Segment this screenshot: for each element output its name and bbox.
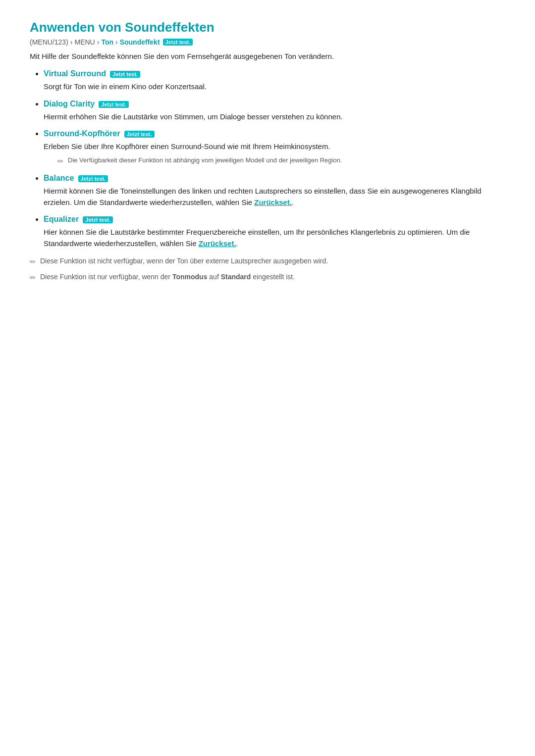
breadcrumb-sep1: › xyxy=(70,38,73,46)
feature-title-dialog-clarity: Dialog Clarity xyxy=(44,100,95,108)
features-list: Virtual Surround Jetzt test. Sorgt für T… xyxy=(30,69,505,249)
breadcrumb: (MENU/123) › MENU › Ton › Soundeffekt Je… xyxy=(30,38,505,46)
list-item: Virtual Surround Jetzt test. Sorgt für T… xyxy=(44,69,505,93)
jetzt-badge-surround-kopfhoerer: Jetzt test. xyxy=(124,131,155,138)
note-text-surround: Die Verfügbarkeit dieser Funktion ist ab… xyxy=(68,155,342,165)
feature-title-equalizer: Equalizer xyxy=(44,215,79,223)
jetzt-badge-virtual-surround: Jetzt test. xyxy=(110,71,140,78)
feature-title-virtual-surround: Virtual Surround xyxy=(44,69,106,78)
pencil-icon-1: ✏ xyxy=(30,256,36,268)
list-item: Balance Jetzt test. Hiermit können Sie d… xyxy=(44,174,505,208)
pencil-icon-2: ✏ xyxy=(30,272,36,284)
breadcrumb-sep2: › xyxy=(97,38,100,46)
standard-label: Standard xyxy=(221,273,251,281)
feature-desc-virtual-surround: Sorgt für Ton wie in einem Kino oder Kon… xyxy=(44,81,505,93)
list-item: Surround-Kopfhörer Jetzt test. Erleben S… xyxy=(44,129,505,167)
breadcrumb-item2[interactable]: Ton xyxy=(101,38,113,46)
jetzt-badge-balance: Jetzt test. xyxy=(78,175,108,182)
global-note-2: ✏ Diese Funktion ist nur verfügbar, wenn… xyxy=(30,272,505,284)
tonmodus-label: Tonmodus xyxy=(172,273,208,281)
global-note-text-2: Diese Funktion ist nur verfügbar, wenn d… xyxy=(40,272,295,282)
breadcrumb-sep3: › xyxy=(115,38,118,46)
feature-desc-dialog-clarity: Hiermit erhöhen Sie die Lautstärke von S… xyxy=(44,111,505,123)
breadcrumb-item3[interactable]: Soundeffekt xyxy=(120,38,160,46)
intro-text: Mit Hilfe der Soundeffekte können Sie de… xyxy=(30,52,505,60)
breadcrumb-item1: MENU xyxy=(74,38,95,46)
page-title: Anwenden von Soundeffekten xyxy=(30,20,505,35)
pencil-icon: ✏ xyxy=(57,156,64,167)
global-notes: ✏ Diese Funktion ist nicht verfügbar, we… xyxy=(30,256,505,283)
feature-title-surround-kopfhoerer: Surround-Kopfhörer xyxy=(44,129,120,138)
feature-desc-equalizer: Hier können Sie die Lautstärke bestimmte… xyxy=(44,227,505,249)
feature-title-balance: Balance xyxy=(44,174,74,182)
zurueckset-link-balance[interactable]: Zurückset. xyxy=(254,198,292,206)
global-note-1: ✏ Diese Funktion ist nicht verfügbar, we… xyxy=(30,256,505,268)
feature-desc-surround-kopfhoerer: Erleben Sie über Ihre Kopfhörer einen Su… xyxy=(44,141,505,152)
list-item: Equalizer Jetzt test. Hier können Sie di… xyxy=(44,215,505,249)
breadcrumb-menu-code: (MENU/123) xyxy=(30,38,68,46)
jetzt-badge-dialog-clarity: Jetzt test. xyxy=(99,101,129,108)
jetzt-badge-equalizer: Jetzt test. xyxy=(83,216,113,223)
list-item: Dialog Clarity Jetzt test. Hiermit erhöh… xyxy=(44,100,505,123)
note-surround-kopfhoerer: ✏ Die Verfügbarkeit dieser Funktion ist … xyxy=(57,155,505,167)
zurueckset-link-equalizer[interactable]: Zurückset. xyxy=(199,239,236,248)
breadcrumb-badge: Jetzt test. xyxy=(163,39,193,46)
global-note-text-1: Diese Funktion ist nicht verfügbar, wenn… xyxy=(40,256,328,266)
feature-desc-balance: Hiermit können Sie die Toneinstellungen … xyxy=(44,186,505,208)
